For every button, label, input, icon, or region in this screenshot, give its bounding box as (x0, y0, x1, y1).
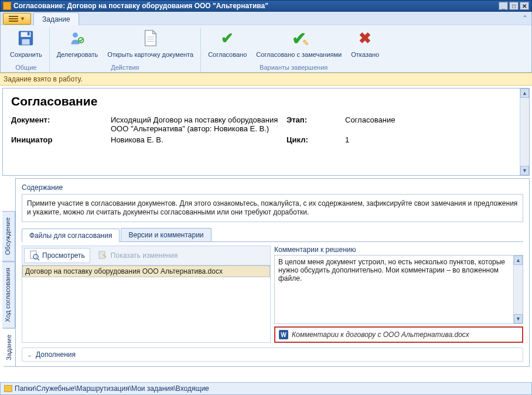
window-title: Согласование: Договор на поставку оборуд… (13, 2, 497, 10)
file-row[interactable]: Договор на поставку оборудования ООО Аль… (22, 265, 270, 277)
app-icon (3, 2, 11, 10)
cycle-value: 1 (345, 135, 349, 144)
show-changes-label: Показать изменения (111, 251, 178, 260)
file-toolbar: Просмотреть Показать изменения (22, 246, 271, 265)
titlebar: Согласование: Договор на поставку оборуд… (0, 0, 532, 12)
delegate-label: Делегировать (57, 47, 98, 62)
scroll-down-icon[interactable]: ▼ (514, 314, 523, 324)
maximize-button[interactable]: □ (509, 2, 519, 10)
vtab-flow[interactable]: Ход согласования (2, 261, 15, 328)
content-label: Содержание (22, 183, 523, 192)
horizontal-tabs: Файлы для согласования Версии и коммента… (22, 228, 523, 242)
files-row: Просмотреть Показать изменения Договор н… (22, 246, 523, 343)
save-label: Сохранить (10, 47, 42, 62)
approved-notes-label: Согласовано с замечаниями (256, 47, 342, 62)
delegate-icon (68, 29, 87, 47)
collapse-ribbon-icon[interactable]: ⌃ (522, 14, 528, 22)
open-card-label: Открыть карточку документа (107, 47, 193, 62)
lower-panel: Содержание Примите участие в согласовани… (15, 178, 530, 367)
ribbon-group-common: Сохранить Общие (3, 28, 50, 72)
svg-rect-2 (22, 39, 30, 45)
close-button[interactable]: ✕ (520, 2, 529, 10)
htab-files[interactable]: Файлы для согласования (22, 229, 120, 242)
main-scrollbar[interactable]: ▲ ▼ (520, 88, 529, 175)
file-list[interactable]: Договор на поставку оборудования ООО Аль… (22, 265, 271, 343)
group-actions-label: Действия (54, 63, 196, 71)
comments-scrollbar[interactable]: ▲ ▼ (513, 256, 523, 324)
approved-label: Согласовано (208, 47, 247, 62)
vtab-task[interactable]: Задание (3, 328, 16, 367)
svg-line-11 (37, 258, 39, 260)
rejected-button[interactable]: ✖ Отказано (349, 28, 381, 63)
comments-textarea[interactable]: В целом меня документ устроил, но есть н… (274, 255, 523, 324)
save-button[interactable]: Сохранить (8, 28, 45, 63)
rejected-label: Отказано (351, 47, 379, 62)
content-text: Примите участие в согласовании документо… (22, 194, 523, 222)
view-label: Просмотреть (42, 251, 85, 260)
group-common-label: Общие (8, 63, 45, 71)
comments-column: Комментарии к решению В целом меня докум… (274, 246, 523, 343)
check-pencil-icon: ✔ ✎ (289, 29, 308, 47)
x-icon: ✖ (356, 29, 374, 47)
stage-label: Этап: (287, 115, 345, 133)
ribbon-tabrow: ▼ Задание ⌃ (1, 12, 531, 25)
magnifier-icon (29, 250, 40, 261)
scroll-up-icon[interactable]: ▲ (514, 256, 523, 265)
chevron-down-icon: ▼ (20, 16, 25, 22)
doc-value: Исходящий Договор на поставку оборудован… (111, 115, 287, 133)
app-menu-button[interactable]: ▼ (3, 13, 31, 25)
scroll-down-icon[interactable]: ▼ (520, 166, 529, 175)
attachment-name: Комментарии к договору с ООО Альтернатив… (292, 331, 469, 339)
approved-button[interactable]: ✔ Согласовано (206, 28, 249, 63)
group-variants-label: Варианты завершения (206, 63, 381, 71)
document-icon (141, 29, 160, 47)
minimize-button[interactable]: _ (499, 2, 508, 10)
view-button[interactable]: Просмотреть (24, 248, 90, 263)
doc-label: Документ: (11, 115, 111, 133)
comments-label: Комментарии к решению (274, 246, 523, 254)
delegate-button[interactable]: Делегировать (54, 28, 101, 63)
tab-task[interactable]: Задание (33, 12, 79, 25)
vtab-discuss[interactable]: Обсуждение (2, 211, 15, 261)
breadcrumb[interactable]: Папки\Служебные\Маршрутизация\Мои задани… (15, 384, 209, 393)
attachment-box[interactable]: W Комментарии к договору с ООО Альтернат… (274, 326, 523, 343)
vertical-tabs: Задание Ход согласования Обсуждение (2, 178, 15, 367)
breadcrumb-bar: Папки\Служебные\Маршрутизация\Мои задани… (0, 382, 532, 395)
lower-panel-wrap: Задание Ход согласования Обсуждение Соде… (2, 178, 530, 367)
cycle-label: Цикл: (287, 135, 345, 144)
addons-expander[interactable]: ⌄ Дополнения (22, 348, 523, 362)
htab-versions[interactable]: Версии и комментарии (121, 228, 211, 241)
main-card: Согласование Документ: Исходящий Договор… (2, 88, 530, 176)
initiator-label: Инициатор (11, 135, 111, 144)
folder-icon (4, 385, 12, 392)
open-card-button[interactable]: Открыть карточку документа (105, 28, 196, 63)
stage-value: Согласование (345, 115, 395, 133)
ribbon-body: Сохранить Общие Делегировать Открыть кар… (1, 25, 531, 72)
hamburger-icon (9, 16, 18, 22)
addons-label: Дополнения (36, 350, 76, 359)
comments-text: В целом меня документ устроил, но есть н… (278, 258, 505, 282)
page-title: Согласование (11, 94, 521, 108)
svg-point-4 (73, 32, 78, 38)
word-icon: W (279, 330, 288, 339)
ribbon-group-variants: ✔ Согласовано ✔ ✎ Согласовано с замечани… (201, 28, 386, 72)
initiator-value: Новикова Е. В. (111, 135, 287, 144)
show-changes-button: Показать изменения (93, 248, 183, 263)
check-icon: ✔ (218, 29, 237, 47)
save-icon (16, 29, 35, 47)
ribbon-group-actions: Делегировать Открыть карточку документа … (50, 28, 201, 72)
chevron-down-icon: ⌄ (27, 351, 32, 359)
files-column: Просмотреть Показать изменения Договор н… (22, 246, 271, 343)
approved-notes-button[interactable]: ✔ ✎ Согласовано с замечаниями (254, 28, 344, 63)
ribbon: ▼ Задание ⌃ Сохранить Общие (0, 12, 532, 73)
svg-rect-3 (28, 32, 30, 36)
status-bar: Задание взято в работу. (0, 73, 532, 86)
scroll-up-icon[interactable]: ▲ (520, 88, 529, 98)
changes-icon (98, 250, 108, 261)
